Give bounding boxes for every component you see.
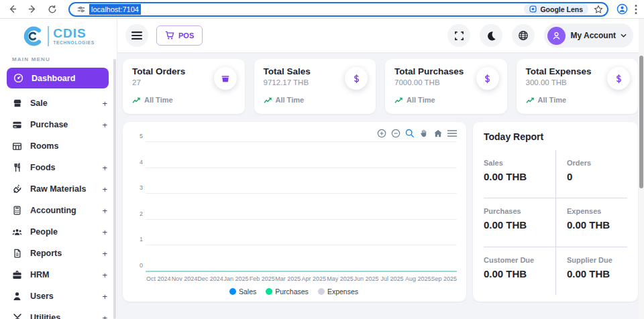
chart-plot-area[interactable] (146, 142, 457, 271)
trend-up-icon (394, 97, 403, 104)
gridline (146, 141, 457, 142)
y-axis-tick: 1 (140, 236, 143, 243)
legend-item[interactable]: Expenses (318, 287, 358, 296)
app-logo: CDIS TECHNOLOGIES (0, 19, 117, 51)
x-axis-label: Aug 2025 (405, 275, 431, 282)
stat-period: All Time (264, 96, 367, 104)
report-cell-label: Sales (484, 159, 553, 167)
sidebar-item[interactable]: Accounting + (0, 200, 117, 221)
sidebar-item[interactable]: Dashboard + (7, 68, 109, 88)
reset-zoom-home-icon[interactable] (433, 129, 443, 138)
utensils-icon (12, 163, 22, 173)
address-bar[interactable]: localhost:7104 Google Lens (68, 2, 608, 17)
url-text[interactable]: localhost:7104 (89, 4, 141, 15)
sidebar-section-label: MAIN MENU (0, 51, 117, 66)
report-cell: Orders 0 (555, 150, 627, 198)
legend-item[interactable]: Purchases (266, 287, 309, 296)
gridline (146, 168, 457, 168)
fullscreen-icon (454, 31, 464, 41)
report-cell: Purchases 0.00 THB (484, 198, 555, 247)
report-cell-label: Orders (567, 159, 625, 167)
back-icon[interactable] (4, 1, 20, 17)
report-cell-value: 0.00 THB (484, 268, 553, 279)
sidebar-scrollbar[interactable] (113, 59, 116, 319)
legend-item[interactable]: Sales (229, 287, 256, 296)
zoom-in-icon[interactable] (377, 129, 386, 138)
x-axis-label: Jun 2025 (354, 275, 380, 282)
credit-card-icon (12, 120, 22, 130)
sidebar-item[interactable]: HRM + (0, 264, 117, 285)
sidebar-item[interactable]: Reports + (0, 243, 117, 264)
dark-mode-button[interactable] (480, 24, 502, 47)
moon-icon (486, 31, 496, 41)
reload-icon[interactable] (44, 1, 60, 17)
logo-c-icon (22, 25, 44, 47)
stat-card: Total Sales 9712.17 THB All Time (254, 59, 376, 114)
legend-label: Expenses (327, 288, 358, 296)
pan-icon[interactable] (419, 129, 429, 138)
expand-plus-icon: + (102, 120, 107, 130)
browser-menu-icon[interactable] (635, 4, 637, 15)
expand-plus-icon: + (102, 163, 107, 173)
google-lens-button[interactable]: Google Lens (524, 3, 588, 15)
language-button[interactable] (512, 24, 535, 47)
window-scrollbar-thumb[interactable] (639, 56, 643, 188)
bookmark-star-icon[interactable] (594, 5, 603, 14)
account-menu[interactable]: My Account (544, 23, 633, 48)
trend-up-icon (264, 97, 272, 104)
sales-chart-card: 012345 Oct 2024 Nov 2024 Dec 2024 Jan 20… (123, 122, 466, 302)
sidebar-item[interactable]: Utilities + (0, 307, 117, 319)
gridline (146, 245, 457, 245)
sidebar-item[interactable]: Foods + (0, 157, 117, 178)
sidebar-item-label: HRM (30, 270, 49, 279)
window-scrollbar[interactable] (639, 19, 644, 319)
sidebar-item-label: Users (30, 292, 54, 301)
user-icon (12, 292, 22, 302)
y-axis-tick: 5 (140, 133, 143, 139)
sidebar-item-label: People (30, 227, 58, 237)
sidebar-item[interactable]: Rooms + (0, 135, 117, 157)
report-cell-value: 0.00 THB (484, 219, 553, 231)
pos-button[interactable]: POS (156, 25, 203, 46)
sidebar-item-label: Rooms (30, 141, 58, 151)
sidebar-item[interactable]: People + (0, 221, 117, 243)
profile-icon[interactable] (616, 3, 628, 15)
report-cell-label: Expenses (567, 207, 625, 215)
person-icon (551, 31, 561, 41)
lens-label: Google Lens (540, 5, 583, 13)
today-report-card: Today Report Sales 0.00 THB Orders 0 Pur… (473, 122, 638, 302)
chart-menu-icon[interactable] (447, 129, 457, 138)
sidebar-toggle-button[interactable] (125, 24, 148, 47)
plug-icon (12, 184, 22, 194)
chevron-down-icon (621, 34, 627, 38)
report-cell: Supplier Due 0.00 THB (555, 247, 627, 295)
report-title: Today Report (484, 131, 627, 142)
site-settings-icon[interactable] (76, 5, 86, 14)
x-axis-label: Feb 2025 (249, 275, 275, 282)
x-axis-label: Dec 2024 (197, 275, 223, 282)
sidebar-item[interactable]: Raw Materials + (0, 178, 117, 200)
expand-plus-icon: + (102, 184, 107, 194)
report-cell-label: Customer Due (484, 256, 553, 264)
report-icon (12, 249, 22, 259)
fullscreen-button[interactable] (447, 24, 470, 47)
topbar: POS My Account (117, 19, 644, 52)
selection-zoom-icon[interactable] (405, 129, 415, 138)
expand-plus-icon: + (102, 292, 107, 302)
stat-period-label: All Time (144, 96, 173, 104)
zoom-out-icon[interactable] (391, 129, 400, 138)
cart-icon (165, 31, 174, 40)
sidebar-item[interactable]: Sale + (0, 92, 117, 114)
forward-icon[interactable] (24, 1, 40, 17)
briefcase-icon (12, 270, 22, 280)
sidebar-item[interactable]: Purchase + (0, 114, 117, 135)
browser-toolbar: localhost:7104 Google Lens (0, 0, 644, 19)
sidebar-item-label: Accounting (30, 206, 76, 215)
logo-subtext: TECHNOLOGIES (53, 41, 95, 46)
globe-icon (518, 30, 529, 41)
legend-label: Sales (239, 288, 256, 296)
trend-up-icon (526, 97, 535, 104)
sidebar-item[interactable]: Users + (0, 285, 117, 307)
sidebar: CDIS TECHNOLOGIES MAIN MENU Dashboard + … (0, 19, 117, 319)
sidebar-item-label: Raw Materials (30, 184, 86, 194)
